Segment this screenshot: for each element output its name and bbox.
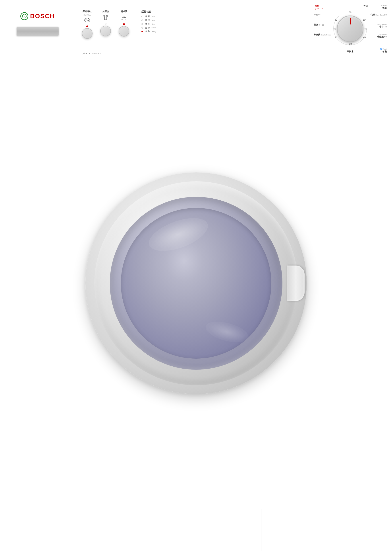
- status-end: 结 束 end: [141, 15, 156, 18]
- extra-rinse-button[interactable]: [119, 26, 129, 36]
- door-outer: [85, 173, 307, 394]
- status-rinse-en: rinse: [152, 23, 155, 25]
- svg-text:30: 30: [335, 19, 337, 21]
- quick15-label: Quick 15' WAS2170671: [82, 52, 101, 55]
- start-stop-button[interactable]: [82, 28, 92, 39]
- prewash-label-cn: 加漂洗: [102, 10, 109, 13]
- wash-tub-icon: [84, 18, 90, 24]
- prewash-group: 加漂洗: [100, 10, 111, 36]
- program-singlerinse: 单漂洗 Single Rinse: [314, 33, 331, 36]
- status-ready-cn: 准 备: [145, 30, 150, 33]
- rinse-icon: [121, 15, 127, 22]
- program-singlespin: 单脱水: [347, 50, 353, 53]
- status-ready-dot: [141, 31, 143, 32]
- status-rinse: 漂 洗 rinse: [141, 22, 156, 25]
- status-wash-en: wash: [152, 27, 156, 29]
- program-synthetic: 冷洗 30°: [314, 13, 321, 16]
- program-dry: 丝绸 Dry 30: [314, 23, 324, 26]
- status-end-en: end: [152, 15, 154, 17]
- bottom-panel: [0, 509, 392, 551]
- door-handle[interactable]: [287, 266, 305, 301]
- svg-text:60: 60: [335, 36, 337, 39]
- glass-reflection-top: [145, 211, 212, 258]
- bottom-left-panel: [0, 509, 261, 551]
- washer-body: [0, 58, 392, 509]
- door-ring: [94, 181, 298, 385]
- status-rinse-cn: 漂 洗: [145, 22, 150, 25]
- status-display: 运行状态 结 束 end 脱 水 spin 漂 洗 rinse: [141, 10, 156, 33]
- status-ready: 准 备 ready: [141, 30, 156, 33]
- svg-text:40: 40: [333, 28, 336, 30]
- status-rinse-dot: [141, 23, 143, 25]
- program-quickwash: Quick Wash 牛牛 40: [377, 23, 387, 28]
- status-wash: 洗 涤 wash: [141, 26, 156, 29]
- status-spin-dot: [141, 20, 143, 21]
- controls-main: 开始/停止 Start/Stop 加漂洗: [82, 4, 301, 39]
- start-stop-group: 开始/停止 Start/Stop: [82, 10, 92, 39]
- shirt-icon: [103, 15, 108, 21]
- svg-text:40: 40: [364, 28, 367, 30]
- rinse-led: [123, 23, 125, 25]
- controls-section: 开始/停止 Start/Stop 加漂洗: [75, 0, 308, 58]
- control-panel: B BOSCH 开始/停止 Start/Stop: [0, 0, 392, 58]
- start-led: [86, 25, 88, 27]
- status-wash-dot: [141, 27, 143, 29]
- bottom-right-panel: [261, 509, 392, 551]
- washing-machine: B BOSCH 开始/停止 Start/Stop: [0, 0, 392, 551]
- bosch-logo: B BOSCH: [20, 12, 55, 20]
- status-spin-cn: 脱 水: [145, 19, 150, 22]
- start-stop-label-en: Start/Stop: [84, 14, 91, 16]
- brand-section: B BOSCH: [0, 0, 75, 58]
- status-wash-cn: 洗 涤: [145, 26, 150, 29]
- program-wool: 🌀 Wool 羊毛: [380, 48, 386, 53]
- status-spin: 脱 水 spin: [141, 19, 156, 22]
- prewash-button[interactable]: [100, 26, 111, 36]
- detergent-drawer[interactable]: [17, 27, 59, 36]
- program-stop: 停止: [364, 4, 368, 7]
- program-prewash: Pre-wash 带垫洗 60: [377, 33, 387, 38]
- svg-text:60: 60: [363, 36, 366, 39]
- status-ready-en: ready: [152, 31, 156, 33]
- program-easycare: 化纤 Easy Care 30: [371, 13, 387, 16]
- program-dial-container: 特快 Quick！00 停止 Cotton 棉麻 化纤 Easy Care 30…: [313, 3, 388, 54]
- svg-text:B: B: [24, 15, 25, 17]
- program-cotton: Cotton 棉麻: [381, 4, 387, 9]
- prewash-led: [105, 23, 106, 25]
- start-stop-label-cn: 开始/停止: [83, 10, 92, 13]
- bosch-logo-icon: B: [20, 12, 28, 20]
- door-inner-ring: [110, 197, 282, 370]
- door-glass[interactable]: [121, 208, 271, 359]
- program-dial[interactable]: [337, 15, 364, 42]
- status-spin-en: spin: [152, 19, 155, 21]
- status-label-cn: 运行状态: [141, 10, 156, 13]
- svg-text:冷洗: 冷洗: [348, 43, 352, 45]
- glass-reflection-bottom: [203, 318, 251, 346]
- status-end-cn: 结 束: [145, 15, 150, 18]
- brand-name: BOSCH: [30, 13, 55, 20]
- svg-text:30: 30: [349, 11, 351, 14]
- extra-rinse-group: 超净洗: [119, 10, 129, 36]
- dial-section: 特快 Quick！00 停止 Cotton 棉麻 化纤 Easy Care 30…: [308, 0, 392, 58]
- extra-rinse-label-cn: 超净洗: [121, 10, 127, 13]
- svg-text:30°: 30°: [363, 19, 366, 21]
- program-kuaisu: 特快 Quick！00: [315, 4, 323, 10]
- dial-indicator: [350, 18, 351, 25]
- status-end-dot: [141, 16, 143, 17]
